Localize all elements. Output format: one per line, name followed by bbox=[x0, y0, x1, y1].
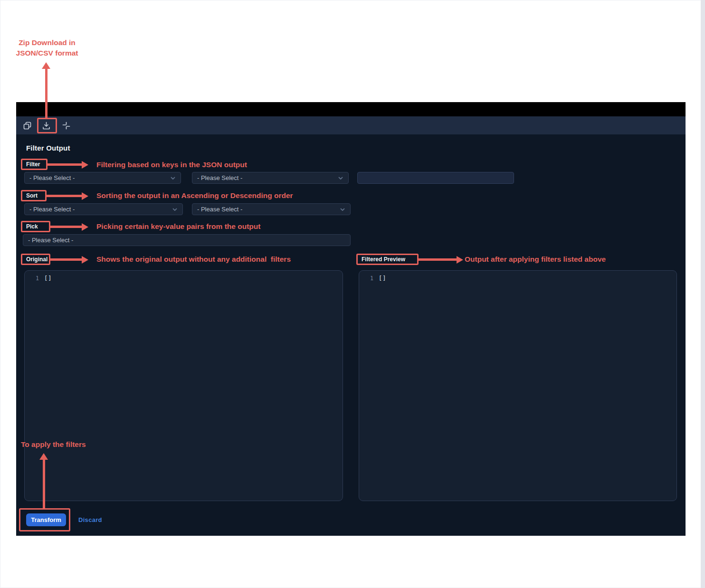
sort-label-annotation-box: Sort bbox=[21, 190, 47, 201]
filtered-annotation-note: Output after applying filters listed abo… bbox=[465, 255, 606, 264]
sort-annotation-note: Sorting the output in an Ascending or De… bbox=[96, 191, 293, 200]
collapse-icon[interactable] bbox=[62, 121, 71, 130]
filter-condition-select[interactable]: - Please Select - bbox=[192, 172, 349, 184]
code-line: 1 [] bbox=[25, 275, 52, 282]
filter-output-panel: Filter Output Filter - Please Select - -… bbox=[16, 102, 686, 536]
filtered-preview-label-annotation-box: Filtered Preview bbox=[356, 254, 419, 265]
filtered-annotation-arrow bbox=[419, 258, 457, 261]
chevron-down-icon bbox=[338, 175, 343, 181]
zip-note-line2: JSON/CSV format bbox=[9, 48, 86, 58]
filtered-preview-editor[interactable]: 1 [] bbox=[359, 270, 677, 501]
toolbar bbox=[16, 116, 686, 134]
window-top-bar bbox=[16, 102, 686, 116]
pick-select[interactable]: - Please Select - bbox=[23, 234, 351, 246]
chevron-down-icon bbox=[340, 207, 345, 212]
filter-annotation-arrow bbox=[48, 163, 82, 166]
page-scrollbar-track[interactable] bbox=[701, 0, 705, 588]
pick-annotation-arrow bbox=[50, 226, 82, 228]
filter-value-input[interactable] bbox=[357, 172, 514, 184]
transform-annotation-arrowhead bbox=[39, 453, 48, 460]
pick-label-annotation-box: Pick bbox=[21, 221, 50, 232]
filter-label: Filter bbox=[26, 161, 40, 168]
filtered-preview-label: Filtered Preview bbox=[362, 256, 405, 263]
pick-select-value: - Please Select - bbox=[28, 237, 73, 244]
filter-condition-select-value: - Please Select - bbox=[197, 174, 242, 181]
code-content: [] bbox=[44, 275, 52, 282]
transform-annotation-note: To apply the filters bbox=[21, 440, 86, 449]
filter-annotation-note: Filtering based on keys in the JSON outp… bbox=[96, 161, 247, 169]
original-annotation-note: Shows the original output without any ad… bbox=[96, 255, 291, 264]
pick-label: Pick bbox=[26, 223, 38, 230]
original-annotation-arrow bbox=[50, 258, 82, 261]
page-title: Filter Output bbox=[26, 144, 70, 152]
code-content: [] bbox=[379, 275, 386, 282]
zip-note-line1: Zip Download in bbox=[9, 38, 86, 48]
original-label-annotation-box: Original bbox=[21, 254, 50, 265]
sort-order-select-value: - Please Select - bbox=[197, 206, 242, 213]
transform-button-annotation-box bbox=[19, 508, 70, 531]
filter-key-select[interactable]: - Please Select - bbox=[24, 172, 181, 184]
sort-order-select[interactable]: - Please Select - bbox=[192, 203, 351, 215]
line-number: 1 bbox=[25, 275, 39, 282]
chevron-down-icon bbox=[170, 175, 176, 181]
zip-annotation-arrowline bbox=[45, 69, 48, 118]
copy-icon[interactable] bbox=[23, 121, 32, 130]
line-number: 1 bbox=[359, 275, 373, 282]
tutorial-screenshot: Filter Output Filter - Please Select - -… bbox=[0, 0, 705, 588]
download-icon-annotation-box bbox=[37, 118, 57, 133]
original-output-editor[interactable]: 1 [] bbox=[24, 270, 343, 501]
transform-annotation-arrowline bbox=[43, 460, 45, 508]
sort-annotation-arrow bbox=[47, 195, 82, 197]
sort-key-select[interactable]: - Please Select - bbox=[24, 203, 183, 215]
discard-link[interactable]: Discard bbox=[78, 516, 102, 523]
filter-key-select-value: - Please Select - bbox=[29, 174, 75, 181]
zip-annotation-arrowhead bbox=[42, 62, 50, 69]
filter-label-annotation-box: Filter bbox=[21, 159, 48, 170]
pick-annotation-note: Picking certain key-value pairs from the… bbox=[96, 222, 260, 231]
zip-download-annotation-note: Zip Download in JSON/CSV format bbox=[9, 38, 86, 58]
original-label: Original bbox=[26, 256, 48, 263]
chevron-down-icon bbox=[172, 207, 178, 212]
sort-label: Sort bbox=[26, 192, 38, 199]
code-line: 1 [] bbox=[359, 275, 386, 282]
sort-key-select-value: - Please Select - bbox=[29, 206, 75, 213]
